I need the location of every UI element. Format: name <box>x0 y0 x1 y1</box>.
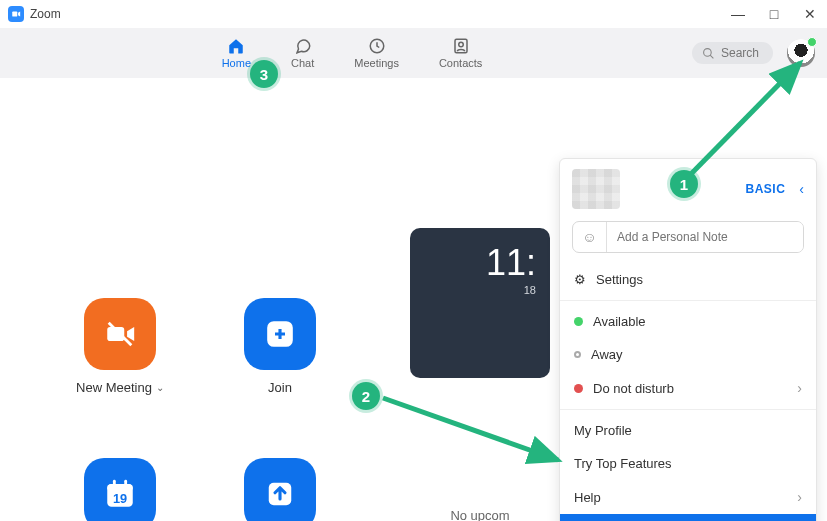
menu-top-features[interactable]: Try Top Features <box>560 447 816 480</box>
separator <box>560 409 816 410</box>
nav-meetings-label: Meetings <box>354 57 399 69</box>
emoji-icon[interactable]: ☺ <box>573 222 607 252</box>
menu-settings[interactable]: ⚙ Settings <box>560 263 816 296</box>
no-upcoming-text: No upcom <box>410 508 550 521</box>
schedule-button[interactable]: 19 <box>84 458 156 521</box>
tile-schedule[interactable]: 19 <box>60 458 180 521</box>
share-button[interactable] <box>244 458 316 521</box>
window-controls: — □ ✕ <box>729 6 819 22</box>
chevron-right-icon: › <box>797 380 802 396</box>
menu-my-profile[interactable]: My Profile <box>560 414 816 447</box>
annotation-1: 1 <box>670 170 698 198</box>
available-dot-icon <box>574 317 583 326</box>
clock-icon <box>368 37 386 55</box>
tile-join[interactable]: Join <box>220 298 340 395</box>
help-label: Help <box>574 490 601 505</box>
annotation-arrow-2 <box>378 390 568 470</box>
personal-note-row: ☺ <box>572 221 804 253</box>
svg-text:19: 19 <box>113 491 127 506</box>
new-meeting-label: New Meeting <box>76 380 152 395</box>
join-label: Join <box>268 380 292 395</box>
clock-time: 11: <box>424 242 536 284</box>
presence-dot-icon <box>807 37 817 47</box>
titlebar: Zoom — □ ✕ <box>0 0 827 28</box>
chevron-down-icon[interactable]: ⌄ <box>156 382 164 393</box>
personal-note-input[interactable] <box>607 222 803 252</box>
maximize-icon[interactable]: □ <box>765 6 783 22</box>
nav-contacts[interactable]: Contacts <box>433 33 488 73</box>
away-dot-icon <box>574 351 581 358</box>
minimize-icon[interactable]: — <box>729 6 747 22</box>
svg-point-3 <box>458 42 463 47</box>
new-meeting-button[interactable] <box>84 298 156 370</box>
available-label: Available <box>593 314 646 329</box>
svg-rect-11 <box>113 480 116 487</box>
video-off-icon <box>103 317 137 351</box>
menu-help[interactable]: Help › <box>560 480 816 514</box>
menu-status-dnd[interactable]: Do not disturb › <box>560 371 816 405</box>
share-up-icon <box>265 479 295 509</box>
away-label: Away <box>591 347 623 362</box>
gear-icon: ⚙ <box>574 272 586 287</box>
menu-check-updates[interactable]: Check for Updates <box>560 514 816 521</box>
chevron-right-icon: › <box>797 489 802 505</box>
nav-meetings[interactable]: Meetings <box>348 33 405 73</box>
calendar-icon: 19 <box>103 477 137 511</box>
dnd-dot-icon <box>574 384 583 393</box>
top-features-label: Try Top Features <box>574 456 672 471</box>
menu-status-away[interactable]: Away <box>560 338 816 371</box>
dnd-label: Do not disturb <box>593 381 674 396</box>
home-icon <box>227 37 245 55</box>
nav-contacts-label: Contacts <box>439 57 482 69</box>
tile-share[interactable] <box>220 458 340 521</box>
separator <box>560 300 816 301</box>
user-name-blurred <box>572 169 620 209</box>
plus-icon <box>265 319 295 349</box>
clock-panel: 11: 18 <box>410 228 550 378</box>
window-title: Zoom <box>30 7 729 21</box>
tile-new-meeting[interactable]: New Meeting⌄ <box>60 298 180 395</box>
svg-rect-12 <box>124 480 127 487</box>
annotation-3: 3 <box>250 60 278 88</box>
nav-chat[interactable]: Chat <box>285 33 320 73</box>
annotation-arrow-1 <box>680 55 820 185</box>
my-profile-label: My Profile <box>574 423 632 438</box>
annotation-2: 2 <box>352 382 380 410</box>
svg-rect-0 <box>12 12 17 17</box>
nav-home-label: Home <box>222 57 251 69</box>
menu-status-available[interactable]: Available <box>560 305 816 338</box>
profile-menu: BASIC ‹ ☺ ⚙ Settings Available Away Do n… <box>559 158 817 521</box>
contacts-icon <box>452 37 470 55</box>
nav-chat-label: Chat <box>291 57 314 69</box>
close-icon[interactable]: ✕ <box>801 6 819 22</box>
join-button[interactable] <box>244 298 316 370</box>
menu-settings-label: Settings <box>596 272 643 287</box>
zoom-app-icon <box>8 6 24 22</box>
chat-icon <box>294 37 312 55</box>
clock-date: 18 <box>424 284 536 296</box>
